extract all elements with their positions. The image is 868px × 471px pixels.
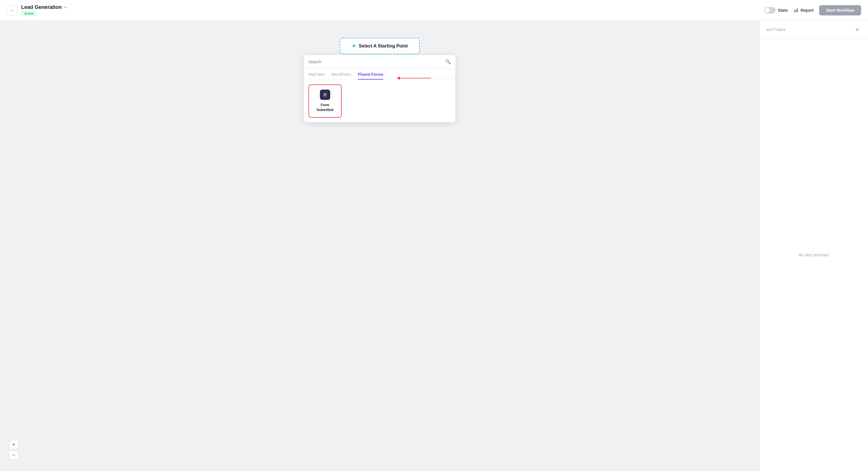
form-submitted-label: FormSubmitted xyxy=(316,103,333,113)
grid-item-form-submitted[interactable]: FormSubmitted xyxy=(309,84,342,118)
spark-icon: ✦ xyxy=(352,43,356,49)
back-icon: ← xyxy=(10,8,14,13)
svg-rect-2 xyxy=(797,8,798,12)
search-row: 🔍 xyxy=(304,55,456,69)
arrow-annotation xyxy=(397,77,431,80)
settings-title: SETTINGS xyxy=(767,28,786,31)
header-left: ← Lead Generation ✏ Active xyxy=(7,4,764,16)
page-title: Lead Generation xyxy=(21,4,62,10)
settings-panel: SETTINGS ✕ No step selected. xyxy=(760,21,868,471)
header-right: Stats Report Start Workflow xyxy=(764,5,861,16)
report-icon xyxy=(794,8,799,13)
tabs-row: Mail Mint WordPress Fluent Forms xyxy=(304,69,456,80)
search-icon[interactable]: 🔍 xyxy=(445,59,451,64)
tab-fluent-forms[interactable]: Fluent Forms xyxy=(358,69,383,80)
arrow-line xyxy=(400,78,431,79)
starting-point-box[interactable]: ✦ Select A Starting Point xyxy=(340,38,420,54)
form-submitted-icon xyxy=(320,90,330,100)
arrow-head xyxy=(397,77,400,80)
title-block: Lead Generation ✏ Active xyxy=(21,4,67,16)
toggle-track[interactable] xyxy=(764,7,776,13)
svg-rect-0 xyxy=(794,10,795,12)
canvas-area: ✦ Select A Starting Point 🔍 Mail Mint Wo… xyxy=(0,21,760,471)
report-label: Report xyxy=(801,8,813,12)
stats-toggle[interactable]: Stats xyxy=(764,7,788,13)
items-grid: FormSubmitted xyxy=(304,80,456,122)
settings-body: No step selected. xyxy=(760,39,868,471)
search-input[interactable] xyxy=(309,60,443,64)
report-button[interactable]: Report xyxy=(792,5,814,15)
toggle-thumb xyxy=(765,8,770,13)
header: ← Lead Generation ✏ Active Stats Report … xyxy=(0,0,868,21)
zoom-in-button[interactable]: + xyxy=(9,440,18,449)
no-step-text: No step selected. xyxy=(798,253,829,257)
tab-wordpress[interactable]: WordPress xyxy=(331,69,351,80)
starting-point-label: Select A Starting Point xyxy=(359,43,408,49)
main-layout: ✦ Select A Starting Point 🔍 Mail Mint Wo… xyxy=(0,21,868,471)
dropdown-panel: 🔍 Mail Mint WordPress Fluent Forms xyxy=(304,55,456,122)
status-badge: Active xyxy=(21,11,37,16)
zoom-out-button[interactable]: − xyxy=(9,450,18,460)
tab-mail-mint[interactable]: Mail Mint xyxy=(309,69,324,80)
svg-rect-1 xyxy=(796,9,797,12)
form-icon-svg xyxy=(322,92,328,97)
close-button[interactable]: ✕ xyxy=(853,26,861,34)
start-workflow-button[interactable]: Start Workflow xyxy=(819,5,861,16)
zoom-controls: + − xyxy=(9,440,18,460)
stats-label: Stats xyxy=(778,8,788,12)
title-row: Lead Generation ✏ xyxy=(21,4,67,10)
back-button[interactable]: ← xyxy=(7,5,17,16)
settings-header: SETTINGS ✕ xyxy=(760,21,868,39)
edit-icon[interactable]: ✏ xyxy=(64,5,67,10)
